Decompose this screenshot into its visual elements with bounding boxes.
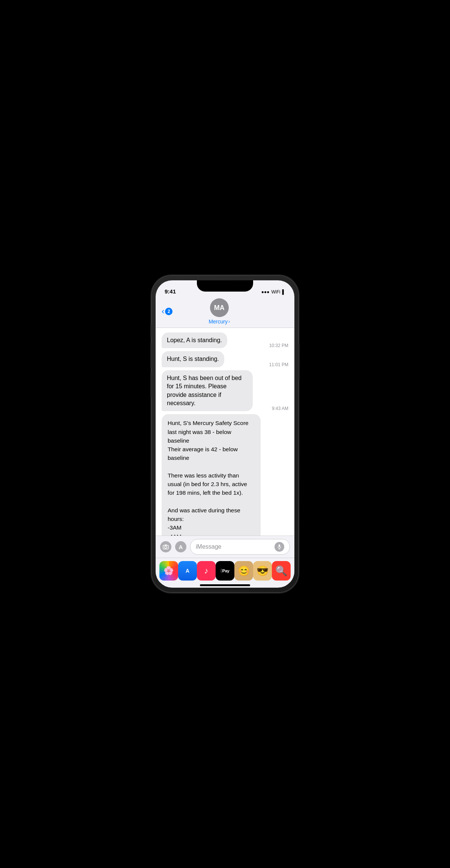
apple-pay-label: Pay — [220, 568, 229, 573]
volume-down-button[interactable] — [150, 373, 152, 397]
message-timestamp: 11:01 PM — [269, 362, 288, 367]
photos-icon-glyph: 🌸 — [164, 566, 174, 576]
memoji1-glyph: 😊 — [238, 565, 250, 577]
appstore-app-icon[interactable]: A — [178, 561, 197, 581]
apple-pay-icon[interactable]: Pay — [216, 561, 234, 581]
globe-app-icon[interactable]: 🔍 — [272, 561, 291, 581]
message-timestamp: 10:32 PM — [269, 343, 288, 348]
svg-text:A: A — [186, 568, 189, 574]
phone-screen: 9:41 ●●● WiFi ▌ ‹ 2 MA Mercury › — [156, 280, 294, 588]
messages-area: Lopez, A is standing. 10:32 PM Hunt, S i… — [156, 328, 294, 536]
message-timestamp: 9:43 AM — [272, 406, 288, 411]
contact-chevron-icon: › — [228, 319, 230, 324]
notch — [197, 280, 253, 292]
signal-icon: ●●● — [261, 289, 270, 295]
message-with-time: Hunt, S has been out of bed for 15 minut… — [162, 370, 288, 412]
message-row: Hunt, S is standing. 11:01 PM — [162, 351, 288, 367]
memoji2-glyph: 😎 — [256, 565, 268, 577]
volume-up-button[interactable] — [150, 343, 152, 368]
phone-frame: 9:41 ●●● WiFi ▌ ‹ 2 MA Mercury › — [152, 276, 298, 592]
music-app-icon[interactable]: ♪ — [197, 561, 216, 581]
back-badge: 2 — [165, 308, 172, 315]
status-icons: ●●● WiFi ▌ — [261, 289, 285, 295]
globe-icon-glyph: 🔍 — [275, 565, 287, 577]
message-text: Lopez, A is standing. — [167, 337, 222, 343]
home-indicator — [200, 584, 250, 586]
imessage-input-field[interactable]: iMessage — [190, 539, 290, 555]
input-placeholder: iMessage — [196, 543, 221, 550]
contact-info[interactable]: MA Mercury › — [208, 298, 230, 325]
status-time: 9:41 — [165, 288, 176, 295]
avatar: MA — [210, 298, 229, 317]
svg-point-1 — [165, 546, 167, 548]
svg-rect-2 — [165, 545, 167, 545]
nav-top-row: ‹ 2 MA Mercury › — [156, 297, 294, 325]
message-row: Lopez, A is standing. 10:32 PM — [162, 332, 288, 348]
contact-name: Mercury › — [208, 319, 230, 325]
message-bubble: Lopez, A is standing. — [162, 332, 227, 348]
appstore-icon-label: A — [179, 544, 183, 550]
message-row: Hunt, S's Mercury Safety Score last nigh… — [162, 414, 288, 536]
svg-rect-3 — [279, 545, 280, 547]
back-button[interactable]: ‹ 2 — [162, 307, 172, 316]
music-icon-glyph: ♪ — [204, 566, 208, 576]
message-row: Hunt, S has been out of bed for 15 minut… — [162, 370, 288, 412]
large-message-with-time: Hunt, S's Mercury Safety Score last nigh… — [162, 414, 288, 536]
back-chevron-icon: ‹ — [162, 307, 164, 316]
battery-icon: ▌ — [282, 289, 285, 295]
message-bubble-large: Hunt, S's Mercury Safety Score last nigh… — [162, 414, 261, 536]
message-bubble: Hunt, S is standing. — [162, 351, 224, 367]
photos-app-icon[interactable]: 🌸 — [159, 561, 178, 581]
message-input-bar: A iMessage — [156, 536, 294, 558]
wifi-icon: WiFi — [271, 289, 280, 295]
camera-button[interactable] — [160, 541, 171, 552]
nav-header: ‹ 2 MA Mercury › — [156, 297, 294, 328]
memoji2-app-icon[interactable]: 😎 — [253, 561, 272, 581]
mute-button[interactable] — [150, 325, 152, 337]
message-text: Hunt, S is standing. — [167, 356, 219, 362]
message-text-large: Hunt, S's Mercury Safety Score last nigh… — [168, 420, 249, 536]
appstore-button[interactable]: A — [175, 541, 186, 552]
power-button[interactable] — [298, 343, 300, 379]
message-bubble: Hunt, S has been out of bed for 15 minut… — [162, 370, 253, 412]
mic-icon — [274, 542, 284, 552]
message-text: Hunt, S has been out of bed for 15 minut… — [167, 375, 242, 406]
message-with-time: Hunt, S is standing. 11:01 PM — [162, 351, 288, 367]
app-dock: 🌸 A ♪ Pay 😊 😎 — [156, 558, 294, 582]
message-with-time: Lopez, A is standing. 10:32 PM — [162, 332, 288, 348]
memoji1-app-icon[interactable]: 😊 — [234, 561, 253, 581]
